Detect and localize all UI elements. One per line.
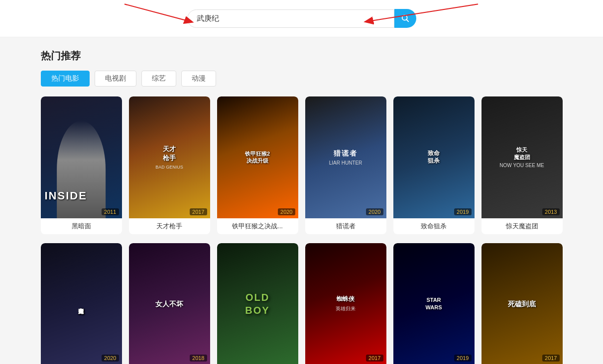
movie-title-5: 致命狙杀	[393, 218, 475, 234]
movie-card-6[interactable]: 惊天魔盗团 NOW YOU SEE ME 2013 惊天魔盗团	[482, 96, 563, 234]
search-icon	[401, 14, 410, 23]
year-badge-11: 2019	[454, 355, 471, 362]
year-badge-3: 2020	[278, 208, 295, 215]
search-container	[187, 9, 416, 28]
movies-grid: INSIDE 2011 黑暗面 天才枪手 BAD GENIUS 2017 天才枪…	[41, 96, 563, 364]
movie-card-7[interactable]: 龙虎山张天师 2020 龙虎山张天师	[41, 243, 122, 364]
tab-hot-movie[interactable]: 热门电影	[41, 71, 90, 87]
movie-card-3[interactable]: 铁甲狂猴2决战升级 2020 铁甲狂猴之决战...	[217, 96, 298, 234]
year-badge-4: 2020	[366, 208, 383, 215]
search-button[interactable]	[394, 9, 416, 28]
movie-card-2[interactable]: 天才枪手 BAD GENIUS 2017 天才枪手	[129, 96, 210, 234]
search-input[interactable]	[187, 9, 394, 28]
section-title: 热门推荐	[41, 49, 563, 63]
tabs-container: 热门电影 电视剧 综艺 动漫	[41, 71, 563, 87]
year-badge-12: 2017	[542, 355, 559, 362]
movie-title-2: 天才枪手	[129, 218, 210, 234]
year-badge-1: 2011	[102, 208, 119, 215]
movie-card-8[interactable]: 女人不坏 2018 女人不坏	[129, 243, 210, 364]
movie-title-3: 铁甲狂猴之决战...	[217, 218, 298, 234]
movie-title-1: 黑暗面	[41, 218, 122, 234]
tab-variety[interactable]: 综艺	[141, 71, 176, 87]
movie-card-12[interactable]: 死磕到底 2017 死磕到底	[482, 243, 563, 364]
movie-card-4[interactable]: 猎谎者 LIAR HUNTER 2020 猎谎者	[305, 96, 386, 234]
tab-tv[interactable]: 电视剧	[95, 71, 136, 87]
movie-card-10[interactable]: 蜘蛛侠 英雄归来 2017 蜘蛛侠：英雄归来	[305, 243, 386, 364]
year-badge-5: 2019	[454, 208, 471, 215]
top-bar	[0, 0, 603, 37]
year-badge-10: 2017	[366, 355, 383, 362]
svg-line-4	[124, 4, 189, 21]
movie-card-11[interactable]: STARWARS 2019 星球大战9：天行...	[393, 243, 475, 364]
svg-line-1	[406, 19, 408, 21]
main-content: 热门推荐 热门电影 电视剧 综艺 动漫 INSIDE 2011 黑暗面	[33, 37, 571, 364]
movie-card-5[interactable]: 致命狙杀 2019 致命狙杀	[393, 96, 475, 234]
movie-card-9[interactable]: OLDBOY 老男孩	[217, 243, 298, 364]
year-badge-2: 2017	[190, 208, 207, 215]
tab-anime[interactable]: 动漫	[181, 71, 216, 87]
movie-title-6: 惊天魔盗团	[482, 218, 563, 234]
year-badge-7: 2020	[102, 355, 119, 362]
year-badge-6: 2013	[542, 208, 559, 215]
year-badge-8: 2018	[190, 355, 207, 362]
movie-title-4: 猎谎者	[305, 218, 386, 234]
movie-card-1[interactable]: INSIDE 2011 黑暗面	[41, 96, 122, 234]
